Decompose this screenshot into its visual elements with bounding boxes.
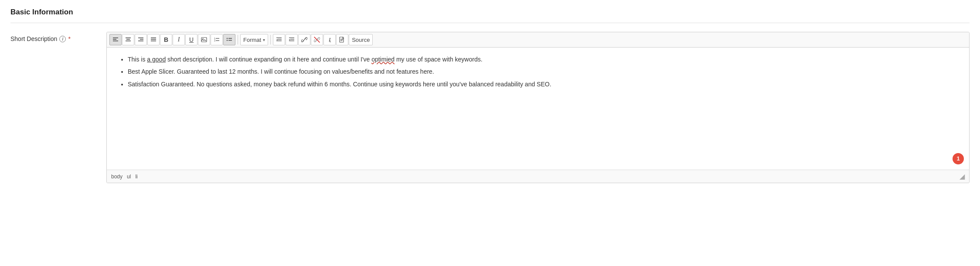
rich-text-editor[interactable]: B I U [106, 32, 970, 183]
ordered-list-icon: 1. 2. [214, 37, 220, 43]
svg-rect-24 [276, 41, 282, 41]
svg-rect-21 [228, 40, 232, 41]
svg-rect-9 [151, 38, 156, 38]
justify-icon [150, 37, 157, 43]
bold-button[interactable]: B [160, 34, 172, 45]
source-button[interactable]: Source [349, 34, 373, 45]
svg-rect-10 [151, 39, 156, 40]
svg-rect-22 [276, 38, 282, 38]
field-label-text: Short Description [10, 35, 57, 42]
italic-button[interactable]: I [173, 34, 185, 45]
format-chevron-icon: ▾ [263, 38, 265, 42]
svg-rect-27 [289, 41, 294, 41]
unlink-icon [314, 37, 320, 43]
link-icon [301, 37, 307, 43]
toolbar-separator-2 [270, 35, 271, 44]
bullet1-prefix: This is [128, 56, 147, 63]
svg-text:2.: 2. [214, 39, 216, 42]
svg-rect-16 [216, 38, 219, 39]
editor-footer: body ul li ◢ [107, 170, 969, 183]
link-button[interactable] [298, 34, 310, 45]
bullet1-spellcheck: optimied [371, 56, 395, 63]
toolbar-separator-1 [238, 35, 238, 44]
source-icon-button[interactable] [336, 34, 348, 45]
svg-rect-1 [113, 39, 116, 40]
svg-rect-0 [113, 38, 118, 38]
image-icon [201, 37, 207, 43]
field-label: Short Description i * [10, 32, 98, 42]
content-item-2: Best Apple Slicer. Guaranteed to last 12… [128, 67, 960, 76]
align-right-icon [138, 37, 144, 43]
svg-rect-2 [113, 41, 118, 41]
svg-rect-4 [126, 39, 130, 40]
editor-toolbar: B I U [107, 32, 969, 48]
bullet1-underline: a good [147, 56, 166, 63]
svg-rect-8 [138, 41, 143, 41]
unordered-list-button[interactable] [223, 34, 235, 45]
svg-rect-23 [278, 39, 282, 40]
required-indicator: * [68, 35, 70, 42]
bullet1-end: my use of space with keywords. [395, 56, 483, 63]
align-right-button[interactable] [135, 34, 147, 45]
indent-decrease-icon [289, 37, 295, 43]
editor-content-area[interactable]: This is a good short description. I will… [107, 48, 969, 170]
editor-path: body ul li [111, 174, 138, 180]
bold-icon: B [164, 36, 168, 43]
clear-format-icon: Ix [329, 36, 330, 43]
indent-increase-icon [276, 37, 282, 43]
path-body: body [111, 174, 122, 180]
svg-rect-25 [289, 38, 294, 38]
content-list: This is a good short description. I will… [116, 55, 960, 89]
path-li: li [135, 174, 137, 180]
content-item-1: This is a good short description. I will… [128, 55, 960, 64]
svg-rect-5 [126, 41, 131, 41]
unordered-list-icon [226, 37, 232, 43]
clear-format-button[interactable]: Ix [323, 34, 336, 45]
resize-handle[interactable]: ◢ [960, 172, 965, 181]
source-file-icon [339, 37, 345, 43]
svg-rect-7 [140, 39, 143, 40]
bullet1-suffix: short description. I will continue expan… [166, 56, 371, 63]
format-label: Format [243, 37, 261, 43]
indent-increase-button[interactable] [273, 34, 285, 45]
align-center-icon [125, 37, 131, 43]
justify-button[interactable] [147, 34, 160, 45]
svg-rect-6 [138, 38, 143, 38]
unlink-button[interactable] [311, 34, 323, 45]
svg-rect-11 [151, 41, 156, 41]
indent-decrease-button[interactable] [286, 34, 298, 45]
svg-line-28 [303, 38, 306, 41]
section-title: Basic Information [10, 8, 970, 23]
underline-button[interactable]: U [185, 34, 197, 45]
align-center-button[interactable] [122, 34, 134, 45]
svg-point-19 [227, 40, 228, 41]
ordered-list-button[interactable]: 1. 2. [211, 34, 223, 45]
info-icon[interactable]: i [59, 36, 66, 42]
image-button[interactable] [198, 34, 210, 45]
align-left-icon [112, 37, 119, 43]
svg-rect-26 [290, 39, 294, 40]
svg-point-18 [227, 38, 228, 39]
content-item-3: Satisfaction Guaranteed. No questions as… [128, 79, 960, 89]
source-label: Source [352, 37, 370, 43]
italic-icon: I [178, 36, 180, 43]
svg-rect-20 [228, 38, 232, 39]
svg-rect-17 [216, 41, 219, 41]
svg-point-13 [202, 38, 203, 39]
svg-rect-3 [126, 38, 131, 38]
error-badge: 1 [953, 153, 964, 164]
format-dropdown[interactable]: Format ▾ [240, 34, 268, 45]
path-ul: ul [127, 174, 131, 180]
underline-icon: U [189, 36, 194, 43]
field-row: Short Description i * [10, 32, 970, 183]
align-left-button[interactable] [109, 34, 122, 45]
page-container: Basic Information Short Description i * [0, 0, 980, 266]
